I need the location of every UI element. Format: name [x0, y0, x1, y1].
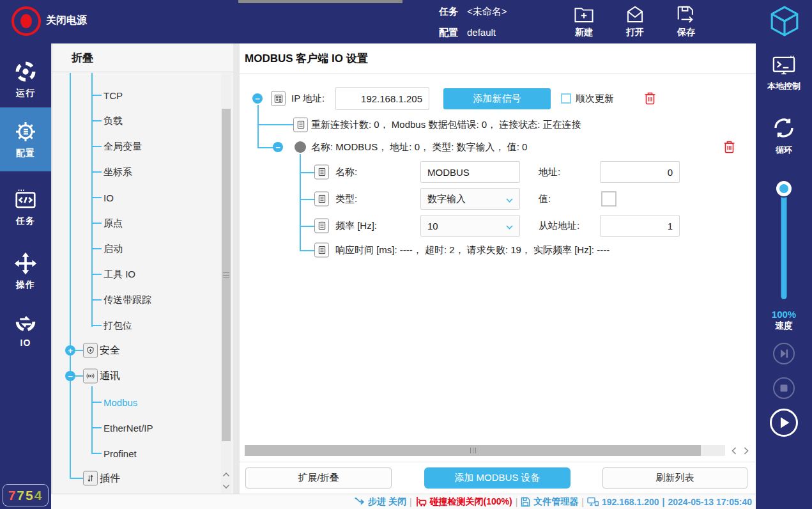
name-label: 名称:: [335, 166, 357, 178]
open-button[interactable]: 打开: [616, 5, 654, 38]
tree-connector: [300, 199, 314, 200]
device-icon: [271, 91, 286, 106]
skip-next-button[interactable]: [772, 342, 795, 365]
delete-device-button[interactable]: [644, 92, 656, 106]
frequency-select[interactable]: 10: [420, 215, 520, 237]
sidebar-item-operate[interactable]: 操作: [0, 246, 51, 296]
local-control-label: 本地控制: [767, 81, 801, 92]
scroll-up-button[interactable]: [221, 469, 231, 480]
address-input[interactable]: [600, 161, 680, 183]
tree-item-home[interactable]: 原点: [103, 217, 123, 230]
tree-connector: [91, 95, 102, 96]
play-button[interactable]: [769, 408, 799, 437]
tree-item-io[interactable]: IO: [103, 192, 114, 203]
tree-connector: [91, 171, 102, 173]
loop-button[interactable]: 循环: [756, 115, 812, 156]
page-title: MODBUS 客户端 IO 设置: [245, 51, 368, 66]
stop-button[interactable]: [772, 377, 795, 400]
tree-connector: [91, 427, 102, 428]
expand-node-security[interactable]: +: [65, 345, 75, 356]
divider: [240, 462, 756, 462]
type-label: 类型:: [335, 193, 357, 205]
sidebar-label-io: IO: [20, 338, 31, 348]
delete-signal-button[interactable]: [723, 141, 735, 154]
tree-group-comm[interactable]: 通讯: [100, 370, 120, 383]
value-checkbox[interactable]: [601, 191, 617, 207]
type-select[interactable]: 数字输入: [420, 188, 520, 210]
collapse-node-signal[interactable]: −: [273, 142, 283, 152]
ip-address-input[interactable]: [335, 87, 429, 110]
ip-label-row: IP 地址:: [291, 92, 325, 105]
file-manager-link[interactable]: 文件管理器: [533, 496, 578, 508]
sidebar-item-task[interactable]: 任务: [0, 182, 51, 232]
top-gray-strip: [238, 0, 402, 3]
tree-item-tcp[interactable]: TCP: [103, 90, 123, 101]
tree-group-security[interactable]: 安全: [100, 344, 120, 357]
config-value: default: [467, 27, 496, 38]
add-signal-button[interactable]: 添加新信号: [443, 88, 551, 109]
tree-item-coord[interactable]: 坐标系: [103, 166, 132, 178]
field-doc-icon: [314, 192, 329, 207]
tree-item-profinet[interactable]: Profinet: [103, 448, 137, 459]
horizontal-scrollbar[interactable]: [245, 445, 725, 456]
collision-status[interactable]: 碰撞检测关闭(100%): [430, 496, 512, 508]
sidebar-item-run[interactable]: 运行: [0, 54, 51, 104]
slave-address-label: 从站地址:: [539, 220, 579, 232]
expand-collapse-button[interactable]: 扩展/折叠: [245, 467, 392, 489]
collapse-header[interactable]: 折叠: [52, 43, 233, 72]
field-doc-icon: [314, 165, 329, 180]
speed-slider-track[interactable]: [781, 184, 787, 299]
tree-item-tool-io[interactable]: 工具 IO: [103, 269, 135, 281]
scroll-left-button[interactable]: [728, 445, 740, 456]
tree-connector: [75, 375, 83, 377]
separator: |: [663, 497, 665, 507]
tree-item-startup[interactable]: 启动: [103, 243, 123, 255]
sidebar-item-config[interactable]: 配置: [0, 107, 51, 171]
save-button[interactable]: 保存: [667, 5, 705, 38]
separator: |: [516, 497, 518, 507]
speed-slider-knob[interactable]: [776, 181, 792, 196]
sidebar-item-io[interactable]: IO: [0, 304, 51, 354]
scroll-grip: [473, 448, 473, 453]
datetime: 2024-05-13 17:05:40: [668, 497, 752, 507]
tree-item-pack[interactable]: 打包位: [103, 320, 132, 332]
collapse-node-device[interactable]: −: [252, 93, 263, 104]
refresh-list-button[interactable]: 刷新列表: [602, 467, 747, 489]
comm-antenna-icon: [83, 369, 98, 384]
tree-scrollbar[interactable]: [221, 73, 231, 494]
step-status[interactable]: 步进 关闭: [368, 496, 406, 508]
tree-connector: [91, 325, 102, 326]
tree-connector: [91, 402, 102, 403]
connection-stats-row: 重新连接计数: 0， Modbus 数据包错误: 0， 连接状态: 正在连接: [311, 118, 581, 131]
scroll-down-button[interactable]: [221, 481, 231, 492]
signal-node-icon: [295, 141, 306, 153]
tree-item-modbus[interactable]: Modbus: [103, 397, 137, 408]
tree-scrollbar-thumb[interactable]: [222, 109, 231, 441]
tree-item-conveyor[interactable]: 传送带跟踪: [103, 294, 151, 306]
collapse-node-comm[interactable]: −: [65, 371, 75, 381]
io-swap-icon: [14, 310, 37, 333]
info-doc-icon: [293, 118, 308, 132]
tree-item-global-vars[interactable]: 全局变量: [103, 141, 142, 153]
tree-group-plugin[interactable]: 插件: [100, 472, 120, 485]
move-arrows-icon: [14, 252, 37, 275]
open-label: 打开: [626, 27, 644, 38]
status-bar: 步进 关闭 | 碰撞检测关闭(100%) | 文件管理器 | 192.168.1…: [51, 494, 756, 509]
tree-item-ethernet-ip[interactable]: EtherNet/IP: [103, 423, 153, 434]
local-control-button[interactable]: 本地控制: [756, 55, 812, 92]
security-shield-icon: [83, 343, 98, 358]
step-icon: [354, 497, 365, 506]
power-off-button[interactable]: [11, 6, 41, 36]
signal-name-input[interactable]: [420, 161, 520, 183]
horizontal-scrollbar-thumb[interactable]: [245, 445, 701, 456]
config-row: 配置default: [439, 27, 496, 39]
sequential-label-row: 顺次更新: [576, 92, 614, 105]
add-modbus-device-button[interactable]: 添加 MODBUS 设备: [424, 467, 571, 489]
tree-connector: [91, 248, 102, 249]
tree-item-payload[interactable]: 负载: [103, 115, 123, 127]
new-button[interactable]: 新建: [565, 5, 603, 38]
scroll-right-button[interactable]: [740, 445, 752, 456]
task-label: 任务: [439, 6, 458, 17]
sequential-update-checkbox[interactable]: [561, 93, 571, 104]
slave-address-input[interactable]: [600, 215, 680, 237]
